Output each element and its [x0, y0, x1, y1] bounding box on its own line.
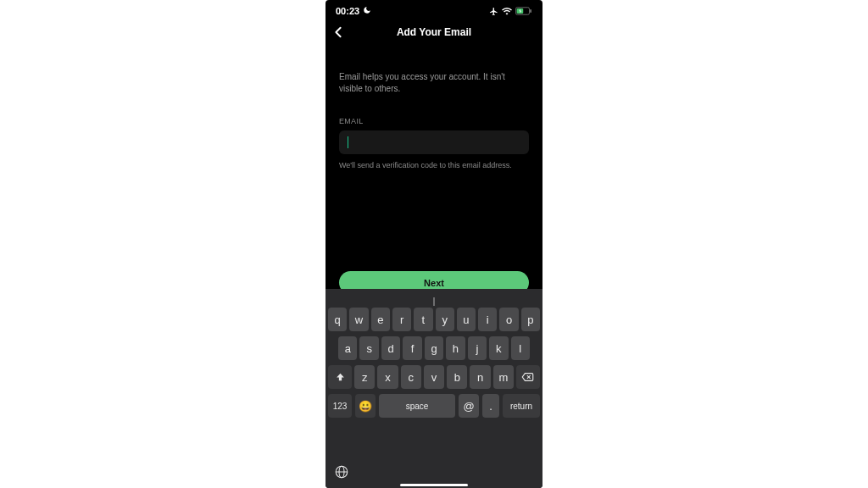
- page-title: Add Your Email: [334, 26, 534, 38]
- kb-row-1: q w e r t y u i o p: [326, 308, 542, 331]
- hint-text: We'll send a verification code to this e…: [339, 161, 529, 169]
- key-shift[interactable]: [328, 365, 352, 389]
- key-emoji[interactable]: 😀: [355, 394, 376, 418]
- key-y[interactable]: y: [436, 308, 454, 331]
- key-dot[interactable]: .: [482, 394, 499, 418]
- globe-icon[interactable]: [334, 464, 349, 483]
- key-q[interactable]: q: [328, 308, 347, 331]
- key-c[interactable]: c: [401, 365, 421, 389]
- key-h[interactable]: h: [446, 336, 465, 360]
- key-backspace[interactable]: [516, 365, 540, 389]
- home-indicator[interactable]: [400, 484, 468, 486]
- email-label: EMAIL: [339, 117, 529, 125]
- key-o[interactable]: o: [499, 308, 518, 331]
- key-t[interactable]: t: [414, 308, 432, 331]
- key-r[interactable]: r: [392, 308, 411, 331]
- key-w[interactable]: w: [349, 308, 368, 331]
- key-v[interactable]: v: [424, 365, 444, 389]
- nav-header: Add Your Email: [326, 20, 542, 44]
- helper-text: Email helps you access your account. It …: [339, 71, 529, 95]
- keyboard: q w e r t y u i o p a s d f g h j k l z: [326, 289, 542, 488]
- key-e[interactable]: e: [371, 308, 390, 331]
- key-s[interactable]: s: [359, 336, 378, 360]
- email-field[interactable]: [339, 130, 529, 154]
- kb-row-2: a s d f g h j k l: [326, 336, 542, 360]
- key-m[interactable]: m: [493, 365, 514, 389]
- status-time: 00:23: [336, 6, 359, 16]
- moon-icon: [363, 6, 371, 16]
- key-l[interactable]: l: [511, 336, 530, 360]
- battery-icon: [515, 7, 532, 15]
- key-at[interactable]: @: [459, 394, 479, 418]
- key-f[interactable]: f: [403, 336, 421, 360]
- form-body: Email helps you access your account. It …: [326, 44, 542, 169]
- key-p[interactable]: p: [521, 308, 540, 331]
- key-space[interactable]: space: [379, 394, 455, 418]
- svg-rect-1: [530, 9, 531, 13]
- next-button-label: Next: [424, 278, 444, 288]
- key-a[interactable]: a: [338, 336, 357, 360]
- airplane-icon: [489, 7, 498, 16]
- key-g[interactable]: g: [425, 336, 443, 360]
- key-123[interactable]: 123: [328, 394, 352, 418]
- key-j[interactable]: j: [468, 336, 487, 360]
- key-k[interactable]: k: [489, 336, 508, 360]
- key-x[interactable]: x: [377, 365, 398, 389]
- key-return[interactable]: return: [503, 394, 540, 418]
- text-cursor: [348, 136, 348, 148]
- keyboard-handle: [433, 297, 435, 306]
- phone-frame: 00:23 Add Your Email Email helps you acc…: [326, 0, 542, 488]
- kb-row-4: 123 😀 space @ . return: [326, 394, 542, 418]
- key-b[interactable]: b: [447, 365, 467, 389]
- status-bar: 00:23: [326, 0, 542, 20]
- wifi-icon: [502, 7, 512, 15]
- kb-row-3: z x c v b n m: [326, 365, 542, 389]
- key-i[interactable]: i: [478, 308, 497, 331]
- key-d[interactable]: d: [381, 336, 400, 360]
- key-z[interactable]: z: [354, 365, 375, 389]
- key-u[interactable]: u: [457, 308, 476, 331]
- key-n[interactable]: n: [470, 365, 490, 389]
